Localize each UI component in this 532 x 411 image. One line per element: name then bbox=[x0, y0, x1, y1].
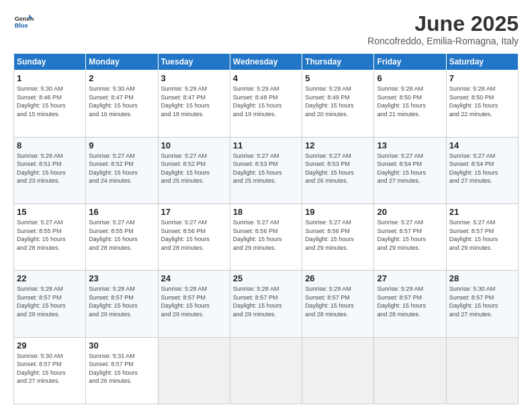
calendar-week-row: 15Sunrise: 5:27 AMSunset: 8:55 PMDayligh… bbox=[14, 203, 519, 270]
day-number: 21 bbox=[449, 207, 515, 217]
calendar-week-row: 1Sunrise: 5:30 AMSunset: 8:46 PMDaylight… bbox=[14, 71, 519, 137]
day-info: Sunrise: 5:27 AMSunset: 8:55 PMDaylight:… bbox=[17, 218, 83, 252]
svg-text:Blue: Blue bbox=[15, 22, 28, 29]
logo: General Blue bbox=[13, 12, 34, 32]
day-number: 30 bbox=[89, 340, 154, 351]
col-thursday: Thursday bbox=[302, 54, 374, 71]
day-info: Sunrise: 5:27 AMSunset: 8:56 PMDaylight:… bbox=[233, 218, 299, 252]
header: General Blue June 2025 Roncofreddo, Emil… bbox=[13, 12, 519, 46]
calendar-week-row: 8Sunrise: 5:28 AMSunset: 8:51 PMDaylight… bbox=[14, 137, 519, 203]
calendar-week-row: 29Sunrise: 5:30 AMSunset: 8:57 PMDayligh… bbox=[14, 337, 519, 404]
day-number: 18 bbox=[233, 207, 299, 217]
table-row: 10Sunrise: 5:27 AMSunset: 8:52 PMDayligh… bbox=[158, 137, 230, 203]
day-info: Sunrise: 5:30 AMSunset: 8:57 PMDaylight:… bbox=[449, 285, 515, 318]
day-info: Sunrise: 5:27 AMSunset: 8:52 PMDaylight:… bbox=[161, 152, 227, 185]
day-info: Sunrise: 5:28 AMSunset: 8:57 PMDaylight:… bbox=[233, 285, 299, 318]
table-row: 30Sunrise: 5:31 AMSunset: 8:57 PMDayligh… bbox=[86, 337, 158, 404]
table-row: 25Sunrise: 5:28 AMSunset: 8:57 PMDayligh… bbox=[230, 271, 302, 337]
day-info: Sunrise: 5:28 AMSunset: 8:57 PMDaylight:… bbox=[89, 285, 154, 318]
day-info: Sunrise: 5:27 AMSunset: 8:53 PMDaylight:… bbox=[305, 152, 371, 185]
table-row: 23Sunrise: 5:28 AMSunset: 8:57 PMDayligh… bbox=[86, 271, 158, 337]
title-block: June 2025 Roncofreddo, Emilia-Romagna, I… bbox=[367, 12, 519, 46]
day-info: Sunrise: 5:29 AMSunset: 8:57 PMDaylight:… bbox=[305, 285, 371, 318]
table-row: 9Sunrise: 5:27 AMSunset: 8:52 PMDaylight… bbox=[86, 137, 158, 203]
day-number: 3 bbox=[161, 73, 227, 83]
day-info: Sunrise: 5:27 AMSunset: 8:56 PMDaylight:… bbox=[161, 218, 227, 252]
day-info: Sunrise: 5:29 AMSunset: 8:48 PMDaylight:… bbox=[233, 85, 299, 118]
day-number: 13 bbox=[377, 140, 443, 150]
day-number: 29 bbox=[17, 340, 83, 351]
day-number: 1 bbox=[17, 73, 83, 83]
day-info: Sunrise: 5:30 AMSunset: 8:47 PMDaylight:… bbox=[89, 85, 154, 118]
table-row bbox=[374, 337, 446, 404]
day-number: 11 bbox=[233, 140, 299, 150]
day-number: 28 bbox=[449, 273, 515, 283]
day-number: 19 bbox=[305, 207, 371, 217]
table-row: 27Sunrise: 5:29 AMSunset: 8:57 PMDayligh… bbox=[374, 271, 446, 337]
day-number: 7 bbox=[449, 73, 515, 83]
table-row: 11Sunrise: 5:27 AMSunset: 8:53 PMDayligh… bbox=[230, 137, 302, 203]
day-info: Sunrise: 5:27 AMSunset: 8:52 PMDaylight:… bbox=[89, 152, 154, 185]
day-info: Sunrise: 5:28 AMSunset: 8:57 PMDaylight:… bbox=[17, 285, 83, 318]
col-sunday: Sunday bbox=[14, 54, 86, 71]
day-number: 8 bbox=[17, 140, 83, 150]
day-number: 23 bbox=[89, 273, 154, 283]
day-info: Sunrise: 5:30 AMSunset: 8:57 PMDaylight:… bbox=[17, 352, 83, 385]
day-info: Sunrise: 5:27 AMSunset: 8:55 PMDaylight:… bbox=[89, 218, 154, 252]
calendar-header-row: Sunday Monday Tuesday Wednesday Thursday… bbox=[14, 54, 519, 71]
table-row: 19Sunrise: 5:27 AMSunset: 8:56 PMDayligh… bbox=[302, 203, 374, 270]
day-number: 17 bbox=[161, 207, 227, 217]
table-row: 26Sunrise: 5:29 AMSunset: 8:57 PMDayligh… bbox=[302, 271, 374, 337]
day-number: 26 bbox=[305, 273, 371, 283]
day-info: Sunrise: 5:28 AMSunset: 8:50 PMDaylight:… bbox=[449, 85, 515, 118]
day-number: 14 bbox=[449, 140, 515, 150]
calendar-body: 1Sunrise: 5:30 AMSunset: 8:46 PMDaylight… bbox=[14, 71, 519, 404]
day-info: Sunrise: 5:27 AMSunset: 8:54 PMDaylight:… bbox=[449, 152, 515, 185]
day-info: Sunrise: 5:27 AMSunset: 8:53 PMDaylight:… bbox=[233, 152, 299, 185]
table-row: 14Sunrise: 5:27 AMSunset: 8:54 PMDayligh… bbox=[446, 137, 518, 203]
table-row: 2Sunrise: 5:30 AMSunset: 8:47 PMDaylight… bbox=[86, 71, 158, 137]
day-info: Sunrise: 5:29 AMSunset: 8:49 PMDaylight:… bbox=[305, 85, 371, 118]
day-number: 25 bbox=[233, 273, 299, 283]
table-row bbox=[230, 337, 302, 404]
table-row: 29Sunrise: 5:30 AMSunset: 8:57 PMDayligh… bbox=[14, 337, 86, 404]
location-title: Roncofreddo, Emilia-Romagna, Italy bbox=[367, 36, 519, 46]
day-info: Sunrise: 5:28 AMSunset: 8:57 PMDaylight:… bbox=[161, 285, 227, 318]
calendar-week-row: 22Sunrise: 5:28 AMSunset: 8:57 PMDayligh… bbox=[14, 271, 519, 337]
table-row bbox=[446, 337, 518, 404]
col-tuesday: Tuesday bbox=[158, 54, 230, 71]
day-number: 6 bbox=[377, 73, 443, 83]
day-number: 24 bbox=[161, 273, 227, 283]
logo-icon: General Blue bbox=[13, 12, 34, 32]
table-row: 13Sunrise: 5:27 AMSunset: 8:54 PMDayligh… bbox=[374, 137, 446, 203]
table-row: 6Sunrise: 5:28 AMSunset: 8:50 PMDaylight… bbox=[374, 71, 446, 137]
day-number: 20 bbox=[377, 207, 443, 217]
day-info: Sunrise: 5:27 AMSunset: 8:57 PMDaylight:… bbox=[449, 218, 515, 252]
table-row: 15Sunrise: 5:27 AMSunset: 8:55 PMDayligh… bbox=[14, 203, 86, 270]
day-info: Sunrise: 5:29 AMSunset: 8:47 PMDaylight:… bbox=[161, 85, 227, 118]
table-row: 4Sunrise: 5:29 AMSunset: 8:48 PMDaylight… bbox=[230, 71, 302, 137]
table-row: 16Sunrise: 5:27 AMSunset: 8:55 PMDayligh… bbox=[86, 203, 158, 270]
day-info: Sunrise: 5:28 AMSunset: 8:51 PMDaylight:… bbox=[17, 152, 83, 185]
col-saturday: Saturday bbox=[446, 54, 518, 71]
day-number: 22 bbox=[17, 273, 83, 283]
table-row: 21Sunrise: 5:27 AMSunset: 8:57 PMDayligh… bbox=[446, 203, 518, 270]
day-info: Sunrise: 5:29 AMSunset: 8:57 PMDaylight:… bbox=[377, 285, 443, 318]
day-number: 16 bbox=[89, 207, 154, 217]
day-info: Sunrise: 5:30 AMSunset: 8:46 PMDaylight:… bbox=[17, 85, 83, 118]
day-number: 5 bbox=[305, 73, 371, 83]
table-row: 7Sunrise: 5:28 AMSunset: 8:50 PMDaylight… bbox=[446, 71, 518, 137]
table-row: 17Sunrise: 5:27 AMSunset: 8:56 PMDayligh… bbox=[158, 203, 230, 270]
col-wednesday: Wednesday bbox=[230, 54, 302, 71]
table-row: 3Sunrise: 5:29 AMSunset: 8:47 PMDaylight… bbox=[158, 71, 230, 137]
day-info: Sunrise: 5:27 AMSunset: 8:56 PMDaylight:… bbox=[305, 218, 371, 252]
table-row: 12Sunrise: 5:27 AMSunset: 8:53 PMDayligh… bbox=[302, 137, 374, 203]
table-row bbox=[302, 337, 374, 404]
col-monday: Monday bbox=[86, 54, 158, 71]
table-row: 20Sunrise: 5:27 AMSunset: 8:57 PMDayligh… bbox=[374, 203, 446, 270]
day-number: 10 bbox=[161, 140, 227, 150]
table-row: 22Sunrise: 5:28 AMSunset: 8:57 PMDayligh… bbox=[14, 271, 86, 337]
table-row: 28Sunrise: 5:30 AMSunset: 8:57 PMDayligh… bbox=[446, 271, 518, 337]
day-number: 12 bbox=[305, 140, 371, 150]
table-row bbox=[158, 337, 230, 404]
